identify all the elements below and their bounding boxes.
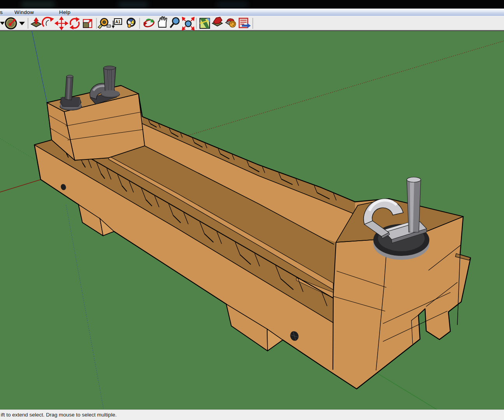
svg-text:s: s	[0, 9, 3, 15]
svg-text:ift to extend select. Drag mou: ift to extend select. Drag mouse to sele…	[1, 412, 117, 418]
svg-text:Help: Help	[59, 9, 70, 15]
svg-text:Window: Window	[14, 9, 34, 15]
svg-text:A1: A1	[116, 19, 121, 24]
